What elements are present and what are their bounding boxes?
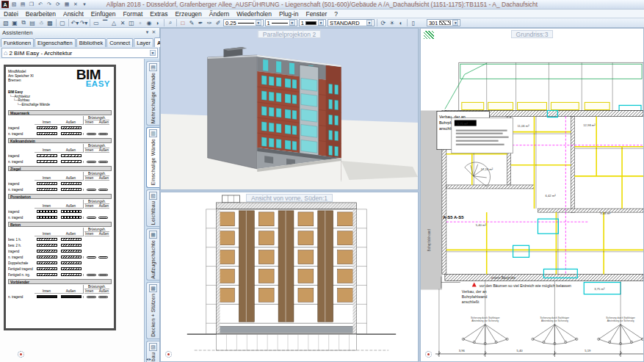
pen-color-icon[interactable]: □ bbox=[178, 19, 187, 27]
panel-tab-funktionen[interactable]: Funktionen bbox=[1, 38, 34, 47]
update-icon[interactable]: ⟳ bbox=[379, 19, 388, 27]
material-row[interactable]: Fertigteil tragend bbox=[8, 266, 112, 272]
pin-icon[interactable]: ▾ bbox=[144, 29, 151, 36]
material-row[interactable]: n. tragend bbox=[8, 131, 112, 137]
material-row[interactable]: bew. 1 h. bbox=[8, 236, 112, 242]
material-row[interactable]: Doppelschale bbox=[8, 260, 112, 266]
material-row[interactable]: tragend bbox=[8, 125, 112, 131]
menu-item-fenster[interactable]: Fenster bbox=[302, 10, 330, 18]
material-row[interactable]: bew. 2 h. bbox=[8, 242, 112, 248]
floor-plan-drawing[interactable]: Verbau, der an Bohrpfahlwand anschließt … bbox=[421, 29, 643, 361]
project-icon[interactable]: ▣ bbox=[10, 19, 19, 27]
viewport-title[interactable]: Parallelprojektion 2 bbox=[258, 30, 321, 38]
globe-icon[interactable]: ◉ bbox=[145, 19, 153, 27]
more-icon[interactable]: ▾ bbox=[81, 1, 88, 8]
assistant-sheet-area[interactable]: MindModel Am Speicher XI Bremen BIM EASY… bbox=[0, 59, 144, 362]
viewport-floor-plan[interactable]: Grundriss:3 bbox=[420, 28, 644, 362]
panel-tab-bibliothek[interactable]: Bibliothek bbox=[76, 38, 106, 47]
brush-icon[interactable]: ✒ bbox=[196, 19, 205, 27]
material-row[interactable]: n. tragend bbox=[8, 159, 112, 164]
grid-icon[interactable]: ▦ bbox=[63, 1, 70, 8]
pen2-icon[interactable]: ✐ bbox=[214, 19, 222, 27]
menu-item-wiederholen[interactable]: Wiederholen bbox=[233, 10, 275, 18]
group-tab-einschalige-w-nde[interactable]: ▥Einschalige Wände bbox=[146, 127, 159, 187]
line-type-dropdown[interactable]: 1 ▼ bbox=[265, 19, 297, 26]
viewport-elevation[interactable]: Ansicht von vorne, Süden:1 bbox=[160, 192, 419, 362]
contrast-icon[interactable]: ◐ bbox=[397, 19, 405, 27]
print-icon[interactable]: ▫ bbox=[136, 19, 145, 27]
viewport-title[interactable]: Grundriss:3 bbox=[511, 30, 554, 38]
undo-drop-icon[interactable]: ↶▾ bbox=[70, 19, 79, 27]
save-icon[interactable]: ▤ bbox=[19, 1, 26, 8]
menu-item-extras[interactable]: Extras bbox=[146, 10, 171, 18]
menu-item-einfgen[interactable]: Einfügen bbox=[87, 10, 120, 18]
material-row[interactable]: Fertigteil n. trg. bbox=[8, 272, 112, 278]
slider-icon[interactable]: ▯ bbox=[409, 19, 418, 27]
assistant-selector[interactable]: ⌂ 2 BIM Easy - Architektur ▼ bbox=[1, 48, 158, 58]
undo-icon[interactable]: ↶ bbox=[37, 1, 44, 8]
pen-width-dropdown[interactable]: 0.25 ▼ bbox=[223, 19, 264, 26]
parallel-projection-drawing[interactable] bbox=[161, 29, 418, 189]
new-window-icon[interactable]: ❐ bbox=[28, 1, 35, 8]
material-row[interactable]: n. tragend bbox=[8, 214, 112, 220]
viewport-parallel-projection[interactable]: Parallelprojektion 2 bbox=[160, 28, 419, 190]
material-row[interactable]: tragend bbox=[8, 181, 112, 187]
modify-tool-icon[interactable]: ✕ bbox=[118, 19, 127, 27]
menu-item-format[interactable]: Format bbox=[119, 10, 146, 18]
group-tab-aufzugsch-chte[interactable]: ▦Aufzugschächte bbox=[146, 228, 159, 281]
chat-icon[interactable]: ▩ bbox=[46, 19, 54, 27]
bim-easy-sheet[interactable]: MindModel Am Speicher XI Bremen BIM EASY… bbox=[4, 65, 116, 330]
image-icon[interactable]: ▢ bbox=[58, 19, 67, 27]
menu-item-[interactable]: ? bbox=[330, 10, 341, 18]
navigation-wheel-icon[interactable] bbox=[425, 351, 432, 358]
box-tool-icon[interactable]: ◫ bbox=[127, 19, 136, 27]
material-row[interactable]: tragend bbox=[8, 153, 112, 159]
chevron-down-icon[interactable]: ▼ bbox=[318, 20, 324, 26]
chevron-down-icon[interactable]: ▼ bbox=[150, 50, 156, 56]
close-icon[interactable]: ✕ bbox=[151, 29, 157, 36]
tab-scroll-arrows[interactable]: ◂▸ bbox=[146, 356, 152, 361]
lightbulb-icon[interactable]: ☀ bbox=[388, 19, 397, 27]
hatch-style-dropdown[interactable]: 301 ▼ bbox=[427, 19, 461, 26]
viewport-title[interactable]: Ansicht von vorne, Süden:1 bbox=[246, 194, 333, 202]
layer-dropdown[interactable]: STANDARD ▼ bbox=[328, 19, 375, 26]
panel-tab-layer[interactable]: Layer bbox=[134, 38, 153, 47]
refresh-icon[interactable]: ⟳ bbox=[54, 1, 62, 8]
line-color-dropdown[interactable]: 1 ▼ bbox=[299, 19, 326, 26]
wall-tool-icon[interactable]: ▭ bbox=[92, 19, 101, 27]
bridge-tool-icon[interactable]: ▔ bbox=[101, 19, 109, 27]
users-icon[interactable]: ☃ bbox=[37, 19, 46, 27]
menu-item-ndern[interactable]: Ändern bbox=[206, 10, 233, 18]
material-row[interactable]: n. tragend bbox=[8, 187, 112, 192]
open-icon[interactable]: ▧ bbox=[10, 1, 18, 8]
pencil-icon[interactable]: ✎ bbox=[187, 19, 196, 27]
open-file-icon[interactable]: ▧ bbox=[1, 19, 10, 27]
material-row[interactable]: n. tragend bbox=[8, 294, 112, 300]
panel-tab-eigenschaften[interactable]: Eigenschaften bbox=[35, 38, 76, 47]
material-row[interactable]: n. tragend bbox=[8, 254, 112, 260]
menu-item-plugin[interactable]: Plug-in bbox=[275, 10, 302, 18]
roof-tool-icon[interactable]: △ bbox=[109, 19, 118, 27]
chevron-down-icon[interactable]: ▼ bbox=[366, 20, 372, 26]
redo-icon[interactable]: ↷ bbox=[46, 1, 53, 8]
menu-item-bearbeiten[interactable]: Bearbeiten bbox=[22, 10, 59, 18]
chevron-down-icon[interactable]: ▼ bbox=[256, 20, 261, 26]
menu-item-erzeugen[interactable]: Erzeugen bbox=[171, 10, 205, 18]
comment-icon[interactable]: ◗ bbox=[153, 19, 162, 27]
tools-icon[interactable]: ✕ bbox=[72, 1, 79, 8]
navigation-wheel-icon[interactable] bbox=[18, 351, 24, 358]
navigation-wheel-icon[interactable] bbox=[165, 351, 172, 358]
panel-tab-connect[interactable]: Connect bbox=[106, 38, 133, 47]
group-tab-decken-st-tzen[interactable]: ▩Decken + Stützen bbox=[146, 282, 159, 339]
allplan-logo-icon[interactable]: A bbox=[1, 1, 9, 8]
chevron-down-icon[interactable]: ▼ bbox=[289, 20, 295, 26]
group-tab-mehrschalige-w-nde[interactable]: ▤Mehrschalige Wände bbox=[146, 61, 159, 126]
menu-item-datei[interactable]: Datei bbox=[0, 10, 22, 18]
copy-icon[interactable]: ⧉ bbox=[19, 19, 28, 27]
redo-drop-icon[interactable]: ↷▾ bbox=[79, 19, 88, 27]
chevron-down-icon[interactable]: ▼ bbox=[452, 20, 458, 26]
group-tab-leichtbau[interactable]: ▧Leichtbau bbox=[146, 189, 159, 227]
save-file-icon[interactable]: ▤ bbox=[28, 19, 37, 27]
quill-icon[interactable]: ✑ bbox=[205, 19, 214, 27]
elevation-drawing[interactable] bbox=[161, 192, 418, 361]
